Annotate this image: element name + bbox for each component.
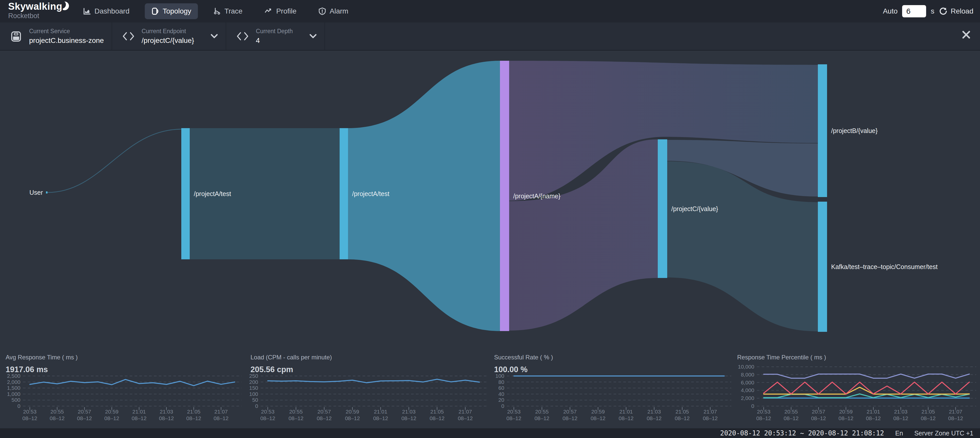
time-range[interactable]: 2020-08-12 20:53:12 ~ 2020-08-12 21:08:1… bbox=[720, 429, 884, 437]
y-axis-tick-label: 20 bbox=[498, 397, 504, 403]
reload-icon bbox=[939, 7, 948, 16]
nav-menu: DashboardTopologyTraceProfileAlarm bbox=[76, 0, 364, 22]
current-depth-selector[interactable]: Current Depth 4 bbox=[226, 22, 325, 50]
nav-item-alarm[interactable]: Alarm bbox=[312, 3, 355, 19]
x-axis-tick-date: 08–12 bbox=[77, 415, 92, 421]
x-axis-tick-label: 20:53 bbox=[507, 409, 521, 414]
x-axis-tick-label: 21:03 bbox=[894, 409, 907, 414]
auto-refresh-interval-input[interactable]: 6 bbox=[902, 5, 926, 17]
topology-filter-bar: Current Service projectC.business-zone C… bbox=[0, 22, 980, 51]
x-axis-tick-label: 20:53 bbox=[261, 409, 275, 414]
sankey-node-bval[interactable] bbox=[818, 64, 827, 197]
y-axis-tick-label: 60 bbox=[498, 385, 504, 391]
sankey-node-user[interactable] bbox=[46, 191, 48, 194]
current-service-value: projectC.business-zone bbox=[29, 36, 104, 44]
sankey-node-aname[interactable] bbox=[500, 61, 509, 331]
y-axis-tick-label: 80 bbox=[498, 379, 504, 385]
x-axis-tick-date: 08–12 bbox=[838, 415, 853, 421]
x-axis-tick-label: 21:01 bbox=[132, 409, 146, 414]
x-axis-tick-label: 21:03 bbox=[402, 409, 416, 414]
x-axis-tick-date: 08–12 bbox=[675, 415, 690, 421]
current-depth-label: Current Depth bbox=[256, 28, 293, 35]
sankey-node-a2[interactable] bbox=[340, 128, 348, 259]
y-axis-tick-label: 2,500 bbox=[7, 373, 21, 379]
reload-label: Reload bbox=[951, 7, 974, 15]
chart-load-cpm: Load (CPM - calls per minute)205.56 cpm0… bbox=[245, 352, 490, 428]
x-axis-tick-label: 21:01 bbox=[619, 409, 633, 414]
x-axis-tick-label: 21:05 bbox=[430, 409, 444, 414]
chart-title: Avg Response Time ( ms ) bbox=[6, 354, 78, 361]
y-axis-tick-label: 0 bbox=[18, 403, 21, 409]
x-axis-tick-label: 21:07 bbox=[458, 409, 472, 414]
y-axis-tick-label: 4,000 bbox=[741, 387, 754, 393]
x-axis-tick-label: 20:55 bbox=[289, 409, 303, 414]
nav-item-topology[interactable]: Topology bbox=[145, 3, 198, 19]
series-line-p95 bbox=[764, 382, 969, 394]
x-axis-tick-date: 08–12 bbox=[563, 415, 578, 421]
current-endpoint-selector[interactable]: Current Endpoint /projectC/{value} bbox=[112, 22, 226, 50]
x-axis-tick-date: 08–12 bbox=[288, 415, 303, 421]
x-axis-tick-date: 08–12 bbox=[866, 415, 881, 421]
auto-refresh-label: Auto bbox=[883, 7, 898, 15]
x-axis-tick-label: 21:01 bbox=[867, 409, 880, 414]
x-axis-tick-date: 08–12 bbox=[590, 415, 605, 421]
x-axis-tick-label: 20:59 bbox=[839, 409, 853, 414]
chart-successful-rate: Successful Rate ( % )100.00 %02040608010… bbox=[490, 352, 735, 428]
x-axis-tick-date: 08–12 bbox=[458, 415, 473, 421]
y-axis-tick-label: 50 bbox=[252, 397, 258, 403]
x-axis-tick-date: 08–12 bbox=[893, 415, 908, 421]
x-axis-tick-date: 08–12 bbox=[22, 415, 37, 421]
server-zone[interactable]: Server Zone UTC +1 bbox=[915, 430, 974, 437]
code-brackets-icon bbox=[122, 32, 135, 41]
y-axis-tick-label: 100 bbox=[249, 391, 258, 397]
y-axis-tick-label: 6,000 bbox=[741, 379, 754, 386]
current-service-selector[interactable]: Current Service projectC.business-zone bbox=[0, 22, 112, 50]
series-line-load bbox=[268, 379, 479, 383]
x-axis-tick-date: 08–12 bbox=[105, 415, 119, 421]
nav-item-profile[interactable]: Profile bbox=[258, 3, 303, 19]
x-axis-tick-label: 20:57 bbox=[812, 409, 825, 414]
x-axis-tick-date: 08–12 bbox=[50, 415, 65, 421]
y-axis-tick-label: 10,000 bbox=[738, 364, 754, 370]
y-axis-tick-label: 0 bbox=[751, 403, 754, 409]
nav-item-label: Profile bbox=[276, 7, 296, 15]
sankey-node-label: /projectA/{name} bbox=[513, 192, 560, 200]
current-depth-value: 4 bbox=[256, 36, 293, 44]
chart-current-value: 100.00 % bbox=[494, 365, 528, 374]
x-axis-tick-date: 08–12 bbox=[159, 415, 174, 421]
x-axis-tick-label: 20:57 bbox=[78, 409, 91, 414]
chart-current-value: 1917.06 ms bbox=[6, 365, 48, 374]
nav-item-dashboard[interactable]: Dashboard bbox=[76, 3, 136, 19]
x-axis-tick-date: 08–12 bbox=[784, 415, 799, 421]
dashboard-icon bbox=[83, 7, 91, 15]
x-axis-tick-date: 08–12 bbox=[703, 415, 718, 421]
x-axis-tick-label: 21:07 bbox=[703, 409, 717, 414]
code-brackets-icon bbox=[237, 32, 249, 41]
close-icon[interactable] bbox=[961, 30, 971, 40]
y-axis-tick-label: 8,000 bbox=[741, 371, 754, 378]
app-logo-subtitle: Rocketbot bbox=[8, 12, 70, 19]
nav-item-trace[interactable]: Trace bbox=[207, 3, 249, 19]
y-axis-tick-label: 100 bbox=[495, 373, 504, 379]
series-line-avg-response-time bbox=[30, 379, 235, 386]
sankey-node-label: /projectC/{value} bbox=[671, 205, 718, 213]
sankey-node-cval[interactable] bbox=[658, 140, 667, 278]
nav-item-label: Trace bbox=[224, 7, 243, 15]
sankey-node-a1[interactable] bbox=[181, 128, 190, 259]
current-endpoint-value: /projectC/{value} bbox=[142, 36, 194, 44]
x-axis-tick-label: 21:07 bbox=[949, 409, 963, 414]
x-axis-tick-label: 21:05 bbox=[675, 409, 689, 414]
chart-title: Response Time Percentile ( ms ) bbox=[737, 354, 826, 361]
x-axis-tick-date: 08–12 bbox=[317, 415, 331, 421]
y-axis-tick-label: 0 bbox=[501, 403, 504, 409]
y-axis-tick-label: 1,500 bbox=[7, 385, 21, 391]
reload-button[interactable]: Reload bbox=[939, 7, 974, 16]
sankey-node-kafka[interactable] bbox=[818, 202, 827, 332]
x-axis-tick-label: 20:57 bbox=[317, 409, 331, 414]
language-switch[interactable]: En bbox=[895, 430, 903, 437]
y-axis-tick-label: 2,000 bbox=[741, 395, 754, 401]
x-axis-tick-date: 08–12 bbox=[535, 415, 549, 421]
chart-current-value: 205.56 cpm bbox=[250, 365, 293, 374]
metric-charts-row: Avg Response Time ( ms )1917.06 ms05001,… bbox=[0, 352, 980, 428]
x-axis-tick-date: 08–12 bbox=[619, 415, 633, 421]
